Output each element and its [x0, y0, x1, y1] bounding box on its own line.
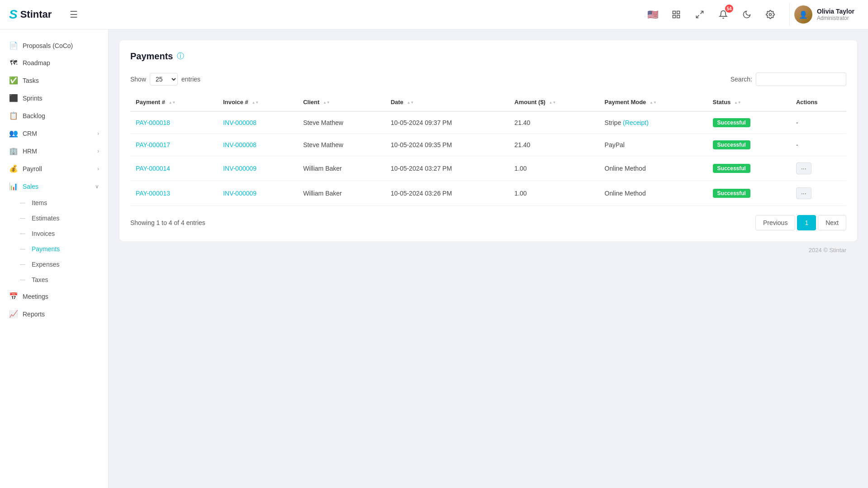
notification-badge: 54 — [725, 5, 733, 13]
search-input[interactable] — [756, 72, 846, 86]
sidebar-item-crm[interactable]: 👥 CRM › — [0, 124, 108, 142]
sidebar-item-label: Proposals (CoCo) — [23, 42, 73, 49]
cell-status: Successful — [707, 134, 791, 156]
sidebar-item-label: Sales — [23, 183, 38, 190]
cell-actions: ··· — [791, 181, 846, 206]
invoice-num-link[interactable]: INV-000008 — [223, 119, 256, 126]
show-label: Show — [130, 76, 146, 83]
payment-num-link[interactable]: PAY-000018 — [136, 119, 170, 126]
show-entries: Show 25 10 50 100 entries — [130, 73, 200, 86]
svg-rect-3 — [677, 15, 680, 18]
entries-label: entries — [181, 76, 200, 83]
pagination-row: Showing 1 to 4 of 4 entries Previous 1 N… — [130, 215, 846, 230]
next-button[interactable]: Next — [818, 215, 846, 230]
sidebar-item-sprints[interactable]: ⬛ Sprints — [0, 89, 108, 107]
sort-icon[interactable]: ▲▼ — [734, 101, 741, 105]
payment-num-link[interactable]: PAY-000014 — [136, 165, 170, 172]
sidebar-item-label: Backlog — [23, 112, 45, 120]
cell-status: Successful — [707, 181, 791, 206]
payment-num-link[interactable]: PAY-000013 — [136, 190, 170, 197]
logo-icon: S — [9, 7, 18, 22]
sidebar-item-tasks[interactable]: ✅ Tasks — [0, 72, 108, 89]
cell-actions: ··· — [791, 156, 846, 181]
proposals-icon: 📄 — [9, 41, 18, 50]
sidebar-item-hrm[interactable]: 🏢 HRM › — [0, 142, 108, 160]
cell-client: William Baker — [298, 181, 385, 206]
footer-text: 2024 © Stintar — [809, 247, 846, 254]
sidebar-sub-item-label: Taxes — [32, 276, 48, 283]
receipt-link[interactable]: (Receipt) — [623, 119, 649, 126]
payroll-icon: 💰 — [9, 164, 18, 173]
sidebar-item-proposals[interactable]: 📄 Proposals (CoCo) — [0, 37, 108, 54]
sidebar-item-roadmap[interactable]: 🗺 Roadmap — [0, 54, 108, 72]
status-badge: Successful — [713, 118, 750, 127]
svg-rect-2 — [673, 15, 676, 18]
action-menu-button[interactable]: ··· — [796, 187, 811, 199]
svg-line-4 — [701, 11, 703, 14]
sidebar-sub-item-label: Invoices — [32, 230, 55, 237]
svg-rect-1 — [677, 11, 680, 14]
table-row: PAY-000013INV-000009William Baker10-05-2… — [130, 181, 846, 206]
cell-invoice-num: INV-000009 — [218, 156, 298, 181]
sidebar-item-reports[interactable]: 📈 Reports — [0, 305, 108, 323]
sidebar-sub-item-invoices[interactable]: Invoices — [0, 226, 108, 241]
cell-status: Successful — [707, 111, 791, 134]
cell-invoice-num: INV-000009 — [218, 181, 298, 206]
sidebar-item-sales[interactable]: 📊 Sales ∨ — [0, 177, 108, 195]
cell-client: Steve Mathew — [298, 134, 385, 156]
sidebar-item-meetings[interactable]: 📅 Meetings — [0, 287, 108, 305]
sidebar-item-label: Reports — [23, 311, 45, 318]
sidebar-item-label: Payroll — [23, 165, 42, 172]
header-left: S Stintar ☰ — [9, 7, 78, 22]
info-icon[interactable]: ⓘ — [177, 52, 184, 61]
status-badge: Successful — [713, 140, 750, 149]
page-1-button[interactable]: 1 — [797, 215, 816, 230]
payment-num-link[interactable]: PAY-000017 — [136, 141, 170, 148]
table-row: PAY-000014INV-000009William Baker10-05-2… — [130, 156, 846, 181]
sidebar-sub-item-estimates[interactable]: Estimates — [0, 211, 108, 226]
sidebar-sub-item-expenses[interactable]: Expenses — [0, 257, 108, 272]
sort-icon[interactable]: ▲▼ — [169, 101, 176, 105]
sidebar-sub-item-label: Items — [32, 199, 47, 206]
notification-icon[interactable]: 54 — [715, 6, 731, 23]
menu-toggle-icon[interactable]: ☰ — [70, 9, 78, 20]
col-payment-num: Payment # ▲▼ — [130, 93, 218, 111]
cell-status: Successful — [707, 156, 791, 181]
sidebar-sub-item-payments[interactable]: Payments — [0, 241, 108, 257]
col-label: Date — [391, 99, 403, 105]
dark-mode-icon[interactable] — [739, 6, 755, 23]
avatar: 👤 — [794, 5, 812, 24]
sidebar-item-payroll[interactable]: 💰 Payroll › — [0, 160, 108, 177]
sort-icon[interactable]: ▲▼ — [323, 101, 330, 105]
sort-icon[interactable]: ▲▼ — [549, 101, 556, 105]
chevron-right-icon: › — [97, 166, 99, 172]
cell-client: William Baker — [298, 156, 385, 181]
sidebar-item-label: HRM — [23, 148, 37, 155]
cell-payment-num: PAY-000014 — [130, 156, 218, 181]
col-label: Client — [303, 99, 319, 105]
user-profile[interactable]: 👤 Olivia Taylor Administrator — [789, 3, 859, 26]
sort-icon[interactable]: ▲▼ — [650, 101, 657, 105]
sidebar-sub-item-taxes[interactable]: Taxes — [0, 272, 108, 287]
action-menu-button[interactable]: ··· — [796, 163, 811, 174]
cell-actions: - — [791, 134, 846, 156]
svg-line-5 — [697, 15, 699, 18]
sort-icon[interactable]: ▲▼ — [251, 101, 259, 105]
invoice-num-link[interactable]: INV-000008 — [223, 141, 256, 148]
reports-icon: 📈 — [9, 310, 18, 318]
tasks-icon: ✅ — [9, 76, 18, 85]
apps-icon[interactable] — [668, 6, 684, 23]
sidebar-sub-item-items[interactable]: Items — [0, 195, 108, 211]
sidebar-item-backlog[interactable]: 📋 Backlog — [0, 107, 108, 124]
flag-icon[interactable]: 🇺🇸 — [645, 6, 661, 23]
expand-icon[interactable] — [692, 6, 708, 23]
entries-select[interactable]: 25 10 50 100 — [150, 73, 178, 86]
previous-button[interactable]: Previous — [755, 215, 795, 230]
invoice-num-link[interactable]: INV-000009 — [223, 165, 256, 172]
settings-icon[interactable] — [762, 6, 778, 23]
invoice-num-link[interactable]: INV-000009 — [223, 190, 256, 197]
table-controls: Show 25 10 50 100 entries Search: — [130, 72, 846, 86]
cell-payment-mode: PayPal — [599, 134, 707, 156]
cell-payment-mode: Online Method — [599, 181, 707, 206]
sort-icon[interactable]: ▲▼ — [407, 101, 414, 105]
